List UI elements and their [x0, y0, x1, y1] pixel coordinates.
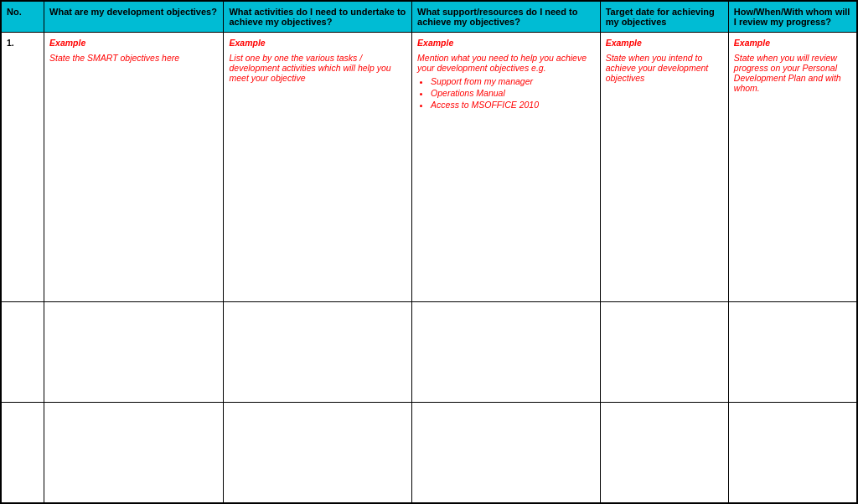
- header-objectives: What are my development objectives?: [44, 2, 224, 33]
- row-1-activities: Example List one by one the various task…: [224, 33, 412, 302]
- row-3-support: [412, 403, 601, 503]
- row-1-target-date: Example State when you intend to achieve…: [600, 33, 728, 302]
- bullet-2: Operations Manual: [431, 88, 595, 98]
- row-3-no: [2, 403, 44, 503]
- row-2-activities: [224, 302, 412, 403]
- row-2-review: [728, 302, 856, 403]
- row-3-target-date: [600, 403, 728, 503]
- header-support: What support/resources do I need to achi…: [412, 2, 601, 33]
- row-3-objectives: [44, 403, 224, 503]
- row-2-support: [412, 302, 601, 403]
- row-2-target-date: [600, 302, 728, 403]
- row-1-support: Example Mention what you need to help yo…: [412, 33, 601, 302]
- row-2-objectives: [44, 302, 224, 403]
- row-2-no: [2, 302, 44, 403]
- header-no: No.: [2, 2, 44, 33]
- bullet-1: Support from my manager: [431, 76, 595, 86]
- row-1-objectives: Example State the SMART objectives here: [44, 33, 224, 302]
- header-target-date: Target date for achieving my objectives: [600, 2, 728, 33]
- table-row-3: [2, 403, 857, 503]
- development-plan-table: No. What are my development objectives? …: [0, 0, 858, 504]
- support-bullet-list: Support from my manager Operations Manua…: [417, 76, 595, 110]
- row-number-1: 1.: [2, 33, 44, 302]
- table-row-1: 1. Example State the SMART objectives he…: [2, 33, 857, 302]
- row-3-review: [728, 403, 856, 503]
- table-row-2: [2, 302, 857, 403]
- header-activities: What activities do I need to undertake t…: [224, 2, 412, 33]
- bullet-3: Access to MSOFFICE 2010: [431, 100, 595, 110]
- row-1-review: Example State when you will review progr…: [728, 33, 856, 302]
- header-review: How/When/With whom will I review my prog…: [728, 2, 856, 33]
- row-3-activities: [224, 403, 412, 503]
- header-row: No. What are my development objectives? …: [2, 2, 857, 33]
